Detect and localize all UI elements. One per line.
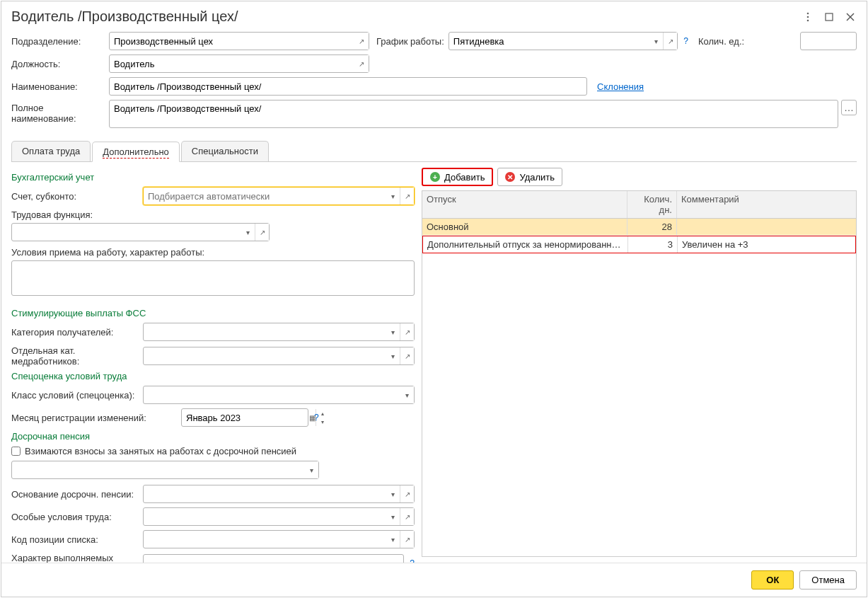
dropdown-icon[interactable]: ▾ (649, 33, 663, 50)
naimenovanie-input[interactable] (110, 78, 586, 95)
tab-content: Бухгалтерский учет Счет, субконто: ▾ ↗ Т… (1, 162, 867, 563)
osobye-input-group[interactable]: ▾ ↗ (143, 507, 415, 526)
tab-oplata[interactable]: Оплата труда (11, 141, 91, 161)
dropdown-icon[interactable]: ▾ (304, 461, 318, 478)
open-icon[interactable]: ↗ (400, 508, 414, 525)
dropdown-icon[interactable]: ▾ (386, 188, 400, 205)
usloviya-label: Условия приема на работу, характер работ… (11, 247, 415, 258)
osnovanie-input[interactable] (144, 485, 386, 502)
table-row[interactable]: Основной 28 (422, 219, 856, 236)
dropdown-icon[interactable]: ▾ (386, 531, 400, 548)
cancel-button[interactable]: Отмена (799, 570, 857, 590)
naimenovanie-input-group[interactable] (109, 77, 587, 96)
cell-comment: Увеличен на +3 (678, 236, 855, 253)
more-icon[interactable] (802, 11, 814, 23)
harakter-input-group[interactable] (143, 554, 404, 563)
tab-specialnosti[interactable]: Специальности (181, 141, 269, 161)
podrazdelenie-input-group[interactable]: ↗ (109, 32, 369, 50)
osnovanie-input-group[interactable]: ▾ ↗ (143, 485, 415, 503)
kod-input-group[interactable]: ▾ ↗ (143, 530, 415, 548)
trud-input[interactable] (12, 224, 241, 241)
col-comment[interactable]: Комментарий (677, 191, 856, 218)
right-column: + Добавить ✕ Удалить Отпуск Колич. дн. К… (422, 168, 857, 557)
open-icon[interactable]: ↗ (400, 323, 414, 340)
mesyac-input-group[interactable]: ▦ ▴ ▾ (181, 408, 308, 427)
row-mesyac: Месяц регистрации изменений: ▦ ▴ ▾ ? (11, 408, 415, 427)
table-row[interactable]: Дополнительный отпуск за ненормированный… (422, 236, 856, 253)
polnoe-label: Полное наименование: (11, 100, 109, 124)
open-icon[interactable]: ↗ (400, 485, 414, 502)
expand-icon[interactable]: … (841, 100, 857, 115)
schet-input[interactable] (144, 188, 386, 205)
row-schet: Счет, субконто: ▾ ↗ (11, 187, 415, 205)
tabs: Оплата труда Дополнительно Специальности (11, 141, 857, 162)
table-body: Основной 28 Дополнительный отпуск за нен… (422, 219, 856, 253)
vznosy-checkbox[interactable] (11, 447, 21, 456)
podrazdelenie-label: Подразделение: (11, 36, 109, 47)
dropdown-icon[interactable]: ▾ (386, 508, 400, 525)
vznosy-input[interactable] (12, 461, 304, 478)
dropdown-icon[interactable]: ▾ (400, 386, 414, 403)
otdelnaya-input-group[interactable]: ▾ ↗ (143, 347, 415, 365)
open-icon[interactable]: ↗ (400, 531, 414, 548)
row-kod: Код позиции списка: ▾ ↗ (11, 530, 415, 548)
row-vznosy: Взимаются взносы за занятых на работах с… (11, 446, 415, 456)
otdelnaya-label: Отдельная кат. медработников: (11, 345, 143, 367)
grafik-input-group[interactable]: ▾ ↗ (449, 32, 678, 50)
schet-input-group[interactable]: ▾ ↗ (143, 187, 415, 205)
kod-input[interactable] (144, 531, 386, 548)
vznosy-select[interactable]: ▾ (11, 461, 319, 479)
dolzhnost-input-group[interactable]: ↗ (109, 54, 369, 73)
kategoriya-label: Категория получателей: (11, 327, 143, 338)
dropdown-icon[interactable]: ▾ (386, 347, 400, 364)
open-icon[interactable]: ↗ (663, 33, 677, 50)
dropdown-icon[interactable]: ▾ (386, 485, 400, 502)
schet-label: Счет, субконто: (11, 191, 143, 202)
harakter-input[interactable] (144, 555, 403, 563)
footer: ОК Отмена (1, 563, 867, 597)
skloneniya-link[interactable]: Склонения (597, 81, 644, 92)
dolzhnost-input[interactable] (110, 55, 354, 72)
svg-rect-3 (826, 13, 833, 21)
close-icon[interactable] (844, 11, 857, 23)
col-days[interactable]: Колич. дн. (627, 191, 677, 218)
kategoriya-input[interactable] (144, 323, 386, 340)
row-osobye: Особые условия труда: ▾ ↗ (11, 507, 415, 526)
otdelnaya-input[interactable] (144, 347, 386, 364)
x-icon: ✕ (505, 172, 515, 182)
klass-input-group[interactable]: ▾ (143, 386, 415, 404)
open-icon[interactable]: ↗ (354, 33, 369, 50)
kolich-input[interactable] (801, 33, 868, 50)
svg-point-2 (807, 19, 809, 21)
col-otpusk[interactable]: Отпуск (422, 191, 627, 218)
open-icon[interactable]: ↗ (400, 188, 414, 205)
kategoriya-input-group[interactable]: ▾ ↗ (143, 323, 415, 341)
dropdown-icon[interactable]: ▾ (241, 224, 255, 241)
mesyac-input[interactable] (182, 409, 309, 426)
row-podrazdelenie: Подразделение: ↗ График работы: ▾ ↗ ? Ко… (11, 32, 857, 50)
maximize-icon[interactable] (823, 11, 835, 23)
kolich-input-group[interactable]: ▴ ▾ (800, 32, 857, 50)
help-icon[interactable]: ? (314, 413, 319, 422)
window-root: Водитель /Производственный цех/ Подразде… (1, 1, 867, 597)
osobye-input[interactable] (144, 508, 386, 525)
delete-button[interactable]: ✕ Удалить (497, 168, 562, 186)
podrazdelenie-input[interactable] (110, 33, 354, 50)
trud-input-group[interactable]: ▾ ↗ (11, 223, 270, 241)
polnoe-textarea[interactable] (109, 100, 838, 128)
ok-button[interactable]: ОК (751, 570, 794, 590)
klass-label: Класс условий (спецоценка): (11, 390, 143, 401)
help-icon[interactable]: ? (683, 36, 688, 46)
grafik-input[interactable] (449, 33, 649, 50)
tab-dopolnitelno[interactable]: Дополнительно (92, 142, 180, 162)
open-icon[interactable]: ↗ (400, 347, 414, 364)
klass-input[interactable] (144, 386, 400, 403)
open-icon[interactable]: ↗ (354, 55, 369, 72)
add-button[interactable]: + Добавить (422, 168, 493, 186)
grafik-label: График работы: (376, 36, 444, 47)
osnovanie-label: Основание досрочн. пенсии: (11, 489, 143, 500)
dropdown-icon[interactable]: ▾ (386, 323, 400, 340)
usloviya-textarea[interactable] (11, 260, 415, 296)
open-icon[interactable]: ↗ (255, 224, 269, 241)
row-osnovanie: Основание досрочн. пенсии: ▾ ↗ (11, 485, 415, 503)
